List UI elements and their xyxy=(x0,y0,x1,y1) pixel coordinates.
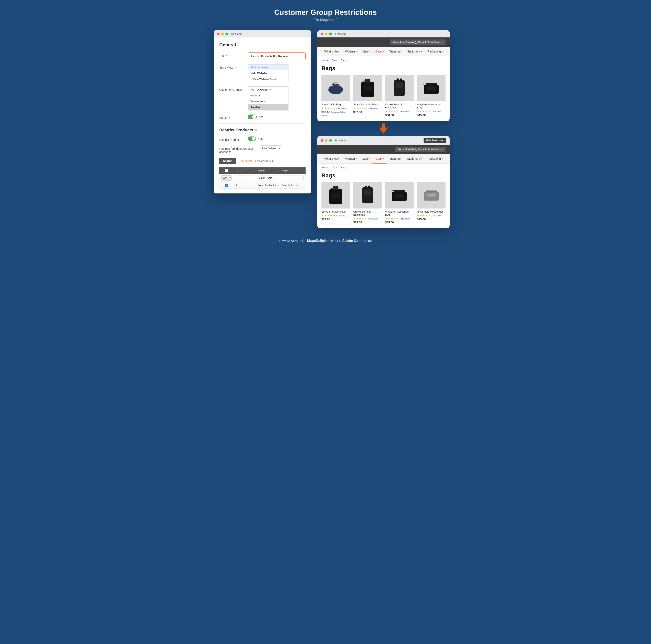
product-card-duffle: Joust Duffle Bag ★ ★ ★ ★ ★ 2 Reviews $30… xyxy=(321,75,350,117)
nav-whats-new-before[interactable]: What's New xyxy=(321,47,342,56)
customer-groups-label: Customer Groups * xyxy=(219,87,248,91)
status-toggle[interactable] xyxy=(248,115,257,119)
breadcrumb-after: Home › Gear › Bags xyxy=(317,163,450,172)
reviews-strive-after[interactable]: 2 Reviews xyxy=(336,214,346,217)
title-input[interactable] xyxy=(251,55,303,58)
col-name[interactable]: Name xyxy=(256,167,280,174)
reviews-crown[interactable]: 3 Reviews xyxy=(399,110,410,113)
user-topbar-before: Veronica (General), Default Store View ▾ xyxy=(317,37,450,47)
filter-id-cell xyxy=(234,174,256,182)
group-item-wholesalers[interactable]: Wholesalers xyxy=(248,98,288,104)
title-input-border[interactable] xyxy=(248,53,306,60)
reviews-duffle[interactable]: 2 Reviews xyxy=(336,107,346,110)
general-section-title: General xyxy=(219,42,306,48)
breadcrumb-home-after[interactable]: Home xyxy=(321,166,329,169)
nav-men-after[interactable]: Men ▾ xyxy=(360,154,372,163)
groups-list[interactable]: NOT LOGGED IN General Wholesalers Retail… xyxy=(248,87,288,111)
reviews-strive[interactable]: 2 Reviews xyxy=(367,107,378,110)
maximize-dot-before[interactable] xyxy=(329,33,332,35)
product-grid-after: Strive Shoulder Pack ★ ★ ★ ★ ★ 2 Reviews… xyxy=(317,182,450,228)
restrict-product-toggle[interactable] xyxy=(248,136,256,141)
filter-type-input[interactable] xyxy=(282,176,304,180)
breadcrumb-bags-after: Bags xyxy=(341,166,347,169)
group-item-general[interactable]: General xyxy=(248,93,288,98)
nav-men-before[interactable]: Men ▾ xyxy=(360,47,372,56)
col-type[interactable]: Type xyxy=(280,167,306,174)
search-button[interactable]: Search xyxy=(219,158,236,164)
customer-groups-select[interactable]: NOT LOGGED IN General Wholesalers Retail… xyxy=(248,87,306,111)
price-duffle: $30.60 Regular Price $34.00 xyxy=(321,111,350,117)
store-view-select[interactable]: All Store Views Main Website Main Websit… xyxy=(248,64,306,82)
breadcrumb-gear[interactable]: Gear xyxy=(332,59,338,62)
nav-packaging-before[interactable]: Packaging ▾ xyxy=(425,47,445,56)
reviews-rival[interactable]: 2 Reviews xyxy=(431,214,441,217)
minimize-dot-before[interactable] xyxy=(325,33,328,35)
reviews-wayfarer-after[interactable]: 3 Reviews xyxy=(399,217,410,220)
breadcrumb-gear-after[interactable]: Gear xyxy=(332,166,338,169)
breadcrumb-home[interactable]: Home xyxy=(321,59,329,62)
nav-stationery-after[interactable]: Stationery ▾ xyxy=(404,154,425,163)
product-card-crown-after: Crown Summit Backpack ★ ★ ★ ★ ★ 3 Review… xyxy=(353,182,382,224)
frontend-before-titlebar: Frontend xyxy=(317,30,450,37)
filter-id-input[interactable] xyxy=(236,176,254,180)
restrict-product-toggle-row: Yes xyxy=(248,136,306,141)
col-id[interactable]: ID ↓ xyxy=(234,167,256,174)
adobe-commerce-logo-icon: ⟨/⟩ xyxy=(335,238,340,244)
page-title: Customer Group Restrictions xyxy=(274,8,377,17)
store-view-item-all[interactable]: All Store Views xyxy=(248,64,288,70)
product-name-wayfarer: Wayfarer Messenger Bag xyxy=(417,103,445,109)
group-item-not-logged[interactable]: NOT LOGGED IN xyxy=(248,87,288,93)
nav-women-after[interactable]: Women ▾ xyxy=(342,154,360,163)
dropdown-chevron-before[interactable]: ▾ xyxy=(441,41,443,44)
maximize-dot-after[interactable] xyxy=(329,139,332,142)
reviews-wayfarer[interactable]: 3 Reviews xyxy=(431,110,441,113)
nav-women-before[interactable]: Women ▾ xyxy=(342,47,360,56)
redirect-select[interactable]: Use Default xyxy=(260,146,306,151)
row-type: Simple Produ… xyxy=(280,182,306,189)
filter-any-select[interactable]: Any xyxy=(221,175,232,181)
stars-rival: ★ ★ ★ ★ ★ 2 Reviews xyxy=(417,214,445,217)
close-dot-before[interactable] xyxy=(321,33,323,35)
nav-training-before[interactable]: Training ▾ xyxy=(386,47,404,56)
col-checkbox[interactable] xyxy=(219,167,234,174)
store-view-item-main-store[interactable]: Main Website Store xyxy=(248,76,288,82)
price-wayfarer: $45.00 xyxy=(417,114,445,117)
search-bar: Search Reset Filter 1 records found xyxy=(219,158,306,164)
strive-bag-svg xyxy=(360,78,376,98)
backend-body: General Title * Store View * xyxy=(214,37,311,193)
edit-icon[interactable]: ✏ xyxy=(255,128,257,132)
svg-rect-16 xyxy=(333,186,339,190)
reset-filter-link[interactable]: Reset Filter xyxy=(239,159,252,162)
sort-arrow: ↓ xyxy=(240,170,241,172)
redirect-dropdown[interactable]: Use Default xyxy=(260,146,282,151)
close-dot-after[interactable] xyxy=(321,139,323,142)
nav-training-after[interactable]: Training ▾ xyxy=(386,154,404,163)
nav-packaging-after[interactable]: Packaging ▾ xyxy=(425,154,445,163)
svg-rect-3 xyxy=(365,79,370,83)
regular-price-duffle: Regular Price $34.00 xyxy=(321,111,345,117)
user-name-before: Veronica (General), xyxy=(393,41,417,44)
store-view-list[interactable]: All Store Views Main Website Main Websit… xyxy=(248,64,288,82)
dropdown-chevron-after[interactable]: ▾ xyxy=(441,148,443,151)
maximize-dot[interactable] xyxy=(225,33,228,35)
reviews-crown-after[interactable]: 3 Reviews xyxy=(367,217,378,220)
title-label: Title * xyxy=(219,53,248,57)
select-all-checkbox[interactable] xyxy=(225,169,228,172)
close-dot[interactable] xyxy=(217,33,219,35)
with-restriction-tag: With Restriction xyxy=(424,138,446,143)
minimize-dot-after[interactable] xyxy=(325,139,328,142)
footer-platform: Adobe Commerce xyxy=(342,239,372,243)
nav-whats-new-after[interactable]: What's New xyxy=(321,154,342,163)
title-field: Title * xyxy=(219,53,306,60)
nav-stationery-before[interactable]: Stationery ▾ xyxy=(404,47,425,56)
nav-gear-after[interactable]: Gear ▾ xyxy=(372,154,386,163)
breadcrumb-bags: Bags xyxy=(341,59,347,62)
row-checkbox[interactable] xyxy=(225,184,228,187)
redirect-select-input[interactable]: Use Default xyxy=(260,146,282,151)
group-item-retailer[interactable]: Retailer xyxy=(248,104,288,110)
nav-gear-before[interactable]: Gear ▾ xyxy=(372,47,386,56)
filter-name-input[interactable] xyxy=(258,176,278,180)
minimize-dot[interactable] xyxy=(221,33,224,35)
store-view-item-main-website[interactable]: Main Website xyxy=(248,70,288,76)
gear-chevron: ▾ xyxy=(383,51,384,53)
